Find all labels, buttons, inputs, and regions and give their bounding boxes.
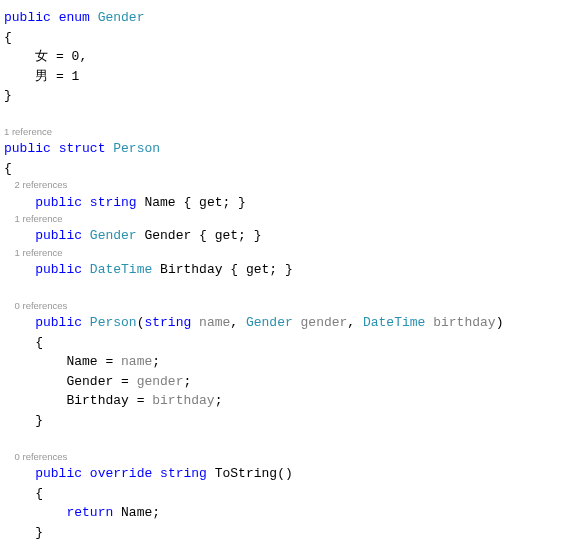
ctor-line: public Person(string name, Gender gender… xyxy=(4,313,577,333)
codelens-reference[interactable]: 1 reference xyxy=(4,125,577,139)
codelens-reference[interactable]: 2 references xyxy=(4,178,577,192)
brace-open: { xyxy=(4,159,577,179)
param-type: string xyxy=(144,315,191,330)
semicolon: ; xyxy=(183,374,191,389)
param-name: name xyxy=(199,315,230,330)
ctor-name: Person xyxy=(90,315,137,330)
assign-lhs: Gender = xyxy=(66,374,136,389)
brace-close: } xyxy=(4,86,577,106)
ref-count: 0 references xyxy=(15,300,68,311)
ref-count: 0 references xyxy=(15,451,68,462)
accessor: { get; } xyxy=(223,262,293,277)
assign-rhs: birthday xyxy=(152,393,214,408)
ctor-body: Name = name; xyxy=(4,352,577,372)
ctor-body: Gender = gender; xyxy=(4,372,577,392)
keyword-enum: enum xyxy=(59,10,90,25)
method-name: ToString xyxy=(215,466,277,481)
property-name: Name xyxy=(144,195,175,210)
enum-member: 女 = 0, xyxy=(4,47,577,67)
keyword-public: public xyxy=(35,262,82,277)
property-line: public Gender Gender { get; } xyxy=(4,226,577,246)
keyword-return: return xyxy=(66,505,113,520)
ctor-body: Birthday = birthday; xyxy=(4,391,577,411)
keyword-public: public xyxy=(35,315,82,330)
enum-member-female: 女 = 0, xyxy=(35,49,87,64)
keyword-public: public xyxy=(35,466,82,481)
semicolon: ; xyxy=(152,354,160,369)
type-name: Gender xyxy=(90,228,137,243)
keyword-override: override xyxy=(90,466,152,481)
assign-lhs: Birthday = xyxy=(66,393,152,408)
assign-rhs: name xyxy=(121,354,152,369)
accessor: { get; } xyxy=(191,228,261,243)
keyword-public: public xyxy=(35,228,82,243)
property-name: Gender xyxy=(144,228,191,243)
keyword-public: public xyxy=(35,195,82,210)
codelens-reference[interactable]: 1 reference xyxy=(4,212,577,226)
type-name: Gender xyxy=(98,10,145,25)
property-line: public string Name { get; } xyxy=(4,193,577,213)
brace: { xyxy=(35,486,43,501)
blank-line xyxy=(4,280,577,300)
codelens-reference[interactable]: 1 reference xyxy=(4,246,577,260)
keyword-struct: struct xyxy=(59,141,106,156)
ref-count: 1 reference xyxy=(15,213,63,224)
brace-open: { xyxy=(4,484,577,504)
keyword-public: public xyxy=(4,141,51,156)
brace-open: { xyxy=(4,333,577,353)
accessor: { get; } xyxy=(176,195,246,210)
enum-member-male: 男 = 1 xyxy=(35,69,79,84)
return-value: Name; xyxy=(113,505,160,520)
codelens-reference[interactable]: 0 references xyxy=(4,299,577,313)
assign-rhs: gender xyxy=(137,374,184,389)
param-name: gender xyxy=(301,315,348,330)
param-name: birthday xyxy=(433,315,495,330)
brace-close: } xyxy=(4,411,577,431)
semicolon: ; xyxy=(215,393,223,408)
property-name: Birthday xyxy=(160,262,222,277)
brace: { xyxy=(35,335,43,350)
keyword-type: string xyxy=(90,195,137,210)
type-name: DateTime xyxy=(90,262,152,277)
ref-count: 2 references xyxy=(15,179,68,190)
return-type: string xyxy=(160,466,207,481)
blank-line xyxy=(4,106,577,126)
method-body: return Name; xyxy=(4,503,577,523)
enum-member: 男 = 1 xyxy=(4,67,577,87)
parens: () xyxy=(277,466,293,481)
param-type: DateTime xyxy=(363,315,425,330)
param-type: Gender xyxy=(246,315,293,330)
assign-lhs: Name = xyxy=(66,354,121,369)
blank-line xyxy=(4,430,577,450)
brace-close: } xyxy=(4,523,577,541)
ref-count: 1 reference xyxy=(15,247,63,258)
keyword-public: public xyxy=(4,10,51,25)
property-line: public DateTime Birthday { get; } xyxy=(4,260,577,280)
code-line: public struct Person xyxy=(4,139,577,159)
brace: } xyxy=(35,413,43,428)
type-name: Person xyxy=(113,141,160,156)
brace-open: { xyxy=(4,28,577,48)
brace: } xyxy=(35,525,43,540)
code-line: public enum Gender xyxy=(4,8,577,28)
method-line: public override string ToString() xyxy=(4,464,577,484)
codelens-reference[interactable]: 0 references xyxy=(4,450,577,464)
